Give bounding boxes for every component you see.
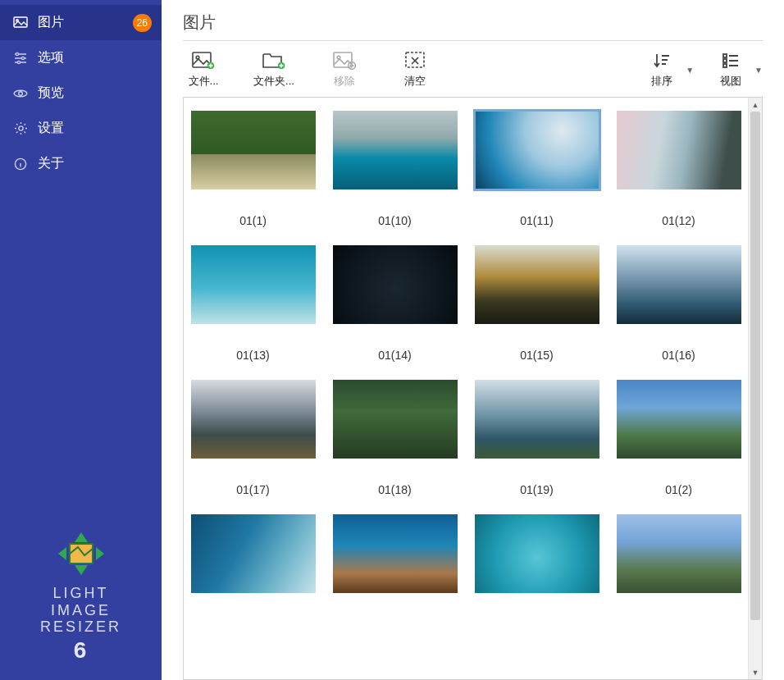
toolbar: 文件... 文件夹... 移除 [183, 41, 763, 94]
thumbnail[interactable] [191, 245, 316, 324]
thumbnail[interactable] [617, 514, 741, 593]
thumbnail[interactable] [191, 514, 316, 593]
image-filename: 01(15) [520, 349, 553, 362]
image-card[interactable]: 01(16) [613, 245, 745, 362]
sidebar-item-about[interactable]: 关于 [0, 146, 162, 181]
toolbar-left: 文件... 文件夹... 移除 [183, 51, 435, 89]
image-card[interactable]: 01(1) [187, 111, 319, 227]
sort-icon [650, 51, 674, 71]
sidebar-badge: 26 [133, 14, 152, 32]
thumbnail[interactable] [475, 245, 599, 324]
sidebar-item-label: 关于 [38, 155, 64, 172]
image-card[interactable]: 01(19) [471, 380, 603, 496]
brand-version: 6 [0, 637, 162, 664]
image-card[interactable]: 01(14) [329, 245, 461, 362]
add-folder-label: 文件夹... [253, 74, 294, 89]
image-card[interactable] [187, 514, 319, 593]
sidebar-item-settings[interactable]: 设置 [0, 111, 162, 146]
thumbnail[interactable] [333, 514, 458, 593]
scroll-thumb[interactable] [750, 112, 760, 620]
thumbnail[interactable] [475, 380, 599, 459]
svg-point-2 [16, 52, 18, 55]
clear-button[interactable]: 清空 [394, 51, 435, 89]
image-filename: 01(13) [236, 349, 269, 362]
scroll-down-icon[interactable]: ▼ [749, 665, 762, 679]
view-dropdown[interactable]: 视图 ▼ [710, 51, 763, 89]
sidebar-item-label: 预览 [38, 84, 64, 102]
image-filename: 01(1) [239, 214, 267, 227]
image-filename: 01(14) [378, 349, 411, 362]
image-card[interactable] [471, 514, 603, 593]
remove-image-icon [332, 51, 357, 71]
thumbnail[interactable] [191, 380, 316, 459]
image-filename: 01(12) [662, 214, 695, 227]
sort-dropdown[interactable]: 排序 ▼ [641, 51, 694, 89]
thumbnail[interactable] [617, 111, 741, 189]
sidebar: 图片 26 选项 预览 设置 [0, 0, 162, 680]
svg-point-5 [19, 91, 23, 95]
add-folder-button[interactable]: 文件夹... [253, 51, 294, 89]
image-card[interactable]: 01(15) [471, 245, 603, 362]
image-filename: 01(16) [662, 349, 695, 362]
sidebar-item-label: 设置 [38, 120, 64, 137]
chevron-down-icon: ▼ [754, 66, 763, 75]
gallery[interactable]: 01(1) 01(10) 01(11) 01(12) 01(13) 01(14)… [184, 98, 748, 679]
view-label: 视图 [720, 74, 741, 89]
thumbnail[interactable] [333, 245, 458, 324]
image-card[interactable]: 01(12) [613, 111, 745, 227]
remove-button[interactable]: 移除 [324, 51, 365, 89]
scrollbar[interactable]: ▲ ▼ [748, 98, 762, 679]
sidebar-items: 图片 26 选项 预览 设置 [0, 0, 162, 181]
image-filename: 01(17) [236, 483, 269, 496]
image-card[interactable] [329, 514, 461, 593]
images-icon [11, 16, 30, 30]
thumbnail[interactable] [475, 111, 599, 189]
brand: LIGHT IMAGE RESIZER 6 [0, 531, 162, 664]
svg-point-3 [21, 57, 24, 59]
svg-rect-19 [723, 64, 727, 67]
image-card[interactable]: 01(2) [613, 380, 745, 496]
image-filename: 01(19) [520, 483, 553, 496]
page-title: 图片 [183, 11, 763, 41]
image-card[interactable]: 01(11) [471, 111, 603, 227]
svg-point-6 [18, 126, 22, 130]
app-logo [55, 531, 107, 577]
add-file-label: 文件... [189, 74, 219, 89]
image-filename: 01(18) [378, 483, 411, 496]
clear-icon [403, 51, 427, 71]
sort-label: 排序 [651, 74, 672, 89]
add-folder-icon [262, 51, 286, 71]
thumbnail[interactable] [333, 111, 458, 189]
thumbnail[interactable] [617, 245, 741, 324]
sliders-icon [11, 52, 30, 65]
sidebar-item-label: 图片 [38, 14, 64, 31]
thumbnail[interactable] [475, 514, 599, 593]
gallery-container: 01(1) 01(10) 01(11) 01(12) 01(13) 01(14)… [183, 97, 763, 680]
add-file-button[interactable]: 文件... [183, 51, 224, 89]
image-card[interactable]: 01(17) [187, 380, 319, 496]
image-card[interactable]: 01(10) [329, 111, 461, 227]
image-filename: 01(10) [378, 214, 411, 227]
sidebar-item-images[interactable]: 图片 26 [0, 5, 162, 40]
gear-icon [11, 121, 30, 135]
thumbnail-grid: 01(1) 01(10) 01(11) 01(12) 01(13) 01(14)… [187, 111, 745, 593]
add-image-icon [191, 51, 216, 71]
app: 图片 26 选项 预览 设置 [0, 0, 784, 680]
image-card[interactable]: 01(13) [187, 245, 319, 362]
svg-rect-0 [14, 17, 27, 27]
thumbnail[interactable] [191, 111, 316, 189]
scroll-up-icon[interactable]: ▲ [749, 98, 762, 112]
remove-label: 移除 [334, 74, 355, 89]
thumbnail[interactable] [617, 380, 741, 459]
sidebar-item-preview[interactable]: 预览 [0, 75, 162, 111]
sidebar-item-label: 选项 [38, 49, 64, 66]
sidebar-item-options[interactable]: 选项 [0, 40, 162, 75]
image-card[interactable]: 01(18) [329, 380, 461, 496]
image-card[interactable] [613, 514, 745, 593]
eye-icon [11, 88, 30, 99]
image-filename: 01(11) [520, 214, 553, 227]
thumbnail[interactable] [333, 380, 458, 459]
svg-rect-18 [723, 59, 727, 62]
brand-name: LIGHT IMAGE RESIZER [0, 585, 162, 636]
main: 图片 文件... 文件夹... [162, 0, 784, 680]
